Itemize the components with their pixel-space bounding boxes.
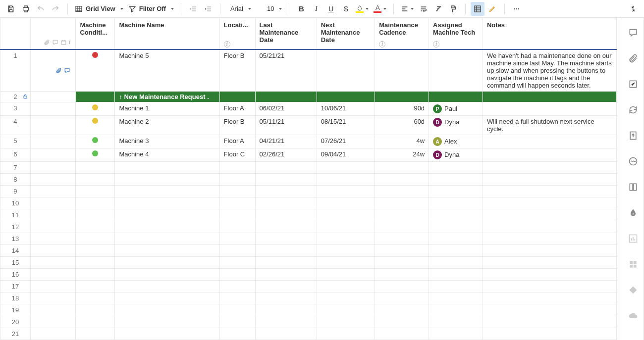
row-number[interactable]: 8 xyxy=(0,174,31,186)
next-maint-cell[interactable]: 08/15/21 xyxy=(317,116,375,135)
table-row[interactable]: 12 xyxy=(0,221,617,233)
wrap-button[interactable] xyxy=(417,2,430,16)
notes-cell[interactable] xyxy=(483,148,616,162)
table-row[interactable]: 6Machine 4Floor C02/26/2109/04/2124wDDyn… xyxy=(0,148,617,162)
row-number[interactable]: 20 xyxy=(0,316,31,328)
table-row[interactable]: 4Machine 2Floor B05/11/2108/15/2160dDDyn… xyxy=(0,116,617,135)
location-cell[interactable]: Floor B xyxy=(219,49,255,92)
location-cell[interactable]: Floor A xyxy=(219,102,255,116)
indicator-cell[interactable] xyxy=(30,148,75,162)
redo-button[interactable] xyxy=(49,2,62,16)
table-row[interactable]: 11 xyxy=(0,209,617,221)
attachment-icon[interactable] xyxy=(55,67,62,74)
table-row[interactable]: 9 xyxy=(0,186,617,197)
col-last-maint[interactable]: Last Maintenance Date xyxy=(255,18,317,50)
info-icon[interactable]: i xyxy=(433,41,439,48)
sheet-grid[interactable]: i Machine Conditi... Machine Name Locati… xyxy=(0,18,622,340)
indent-button[interactable] xyxy=(201,2,215,16)
table-row[interactable]: 8 xyxy=(0,174,617,186)
dashboard-button[interactable] xyxy=(626,257,640,271)
integration-button[interactable] xyxy=(626,283,640,297)
underline-button[interactable]: U xyxy=(324,2,338,16)
group-title[interactable]: ↑ New Maintenance Request . xyxy=(115,92,219,102)
notes-cell[interactable] xyxy=(483,102,616,116)
row-number[interactable]: 4 xyxy=(0,116,31,135)
col-name[interactable]: Machine Name xyxy=(115,18,219,50)
undo-button[interactable] xyxy=(34,2,48,16)
col-cadence[interactable]: Maintenance Cadencei xyxy=(375,18,429,50)
indicator-col-header[interactable]: i xyxy=(30,18,75,50)
row-number[interactable]: 14 xyxy=(0,245,31,257)
location-cell[interactable]: Floor B xyxy=(219,116,255,135)
bg-color-button[interactable] xyxy=(354,2,371,16)
name-cell[interactable]: Machine 5 xyxy=(115,49,219,92)
condition-cell[interactable] xyxy=(76,116,115,135)
col-condition[interactable]: Machine Conditi... xyxy=(76,18,115,50)
name-cell[interactable]: Machine 4 xyxy=(115,148,219,162)
last-maint-cell[interactable]: 05/11/21 xyxy=(255,116,317,135)
location-cell[interactable]: Floor A xyxy=(219,135,255,148)
row-number[interactable]: 19 xyxy=(0,304,31,316)
notes-cell[interactable]: We haven't had a maintenance done on our… xyxy=(483,49,616,92)
last-maint-cell[interactable]: 02/26/21 xyxy=(255,148,317,162)
table-row[interactable]: 14 xyxy=(0,245,617,257)
table-row[interactable]: 3Machine 1Floor A06/02/2110/06/2190dPPau… xyxy=(0,102,617,116)
row-number[interactable]: 5 xyxy=(0,135,31,148)
cadence-cell[interactable]: 90d xyxy=(375,102,429,116)
col-tech[interactable]: Assigned Machine Techi xyxy=(429,18,483,50)
row-number[interactable]: 21 xyxy=(0,328,31,340)
table-row[interactable]: 20 xyxy=(0,316,617,328)
cloud-button[interactable] xyxy=(626,309,640,323)
notes-cell[interactable]: Will need a full shutdown next service c… xyxy=(483,116,616,135)
condition-cell[interactable] xyxy=(76,49,115,92)
next-maint-cell[interactable]: 07/26/21 xyxy=(317,135,375,148)
table-row[interactable]: 15 xyxy=(0,257,617,269)
align-button[interactable] xyxy=(399,2,416,16)
cadence-cell[interactable] xyxy=(375,49,429,92)
tech-cell[interactable]: PPaul xyxy=(429,102,483,116)
save-button[interactable] xyxy=(4,2,18,16)
name-cell[interactable]: Machine 3 xyxy=(115,135,219,148)
info-icon[interactable]: i xyxy=(379,41,385,48)
indicator-cell[interactable] xyxy=(30,116,75,135)
table-row[interactable]: 17 xyxy=(0,281,617,292)
row-number[interactable]: 3 xyxy=(0,102,31,116)
col-location[interactable]: Locati...i xyxy=(219,18,255,50)
collapse-panel-button[interactable] xyxy=(626,2,640,16)
proofs-panel-button[interactable] xyxy=(626,77,640,91)
table-row[interactable]: 16 xyxy=(0,269,617,281)
row-number[interactable]: 16 xyxy=(0,269,31,281)
location-cell[interactable]: Floor C xyxy=(219,148,255,162)
strikethrough-button[interactable]: S xyxy=(339,2,353,16)
next-maint-cell[interactable]: 10/06/21 xyxy=(317,102,375,116)
info-icon[interactable]: i xyxy=(224,41,230,48)
comment-icon[interactable] xyxy=(64,67,70,74)
indicator-cell[interactable] xyxy=(30,102,75,116)
cadence-cell[interactable]: 4w xyxy=(375,135,429,148)
activity-log-button[interactable] xyxy=(626,154,640,168)
row-number[interactable]: 13 xyxy=(0,233,31,245)
row-number[interactable]: 15 xyxy=(0,257,31,269)
col-notes[interactable]: Notes xyxy=(483,18,616,50)
tech-cell[interactable]: DDyna xyxy=(429,116,483,135)
cadence-cell[interactable]: 24w xyxy=(375,148,429,162)
summary-button[interactable] xyxy=(626,180,640,194)
filter-dropdown[interactable]: Filter Off xyxy=(126,2,176,16)
row-number[interactable]: 2 xyxy=(0,92,31,102)
last-maint-cell[interactable]: 04/21/21 xyxy=(255,135,317,148)
next-maint-cell[interactable] xyxy=(317,49,375,92)
next-maint-cell[interactable]: 09/04/21 xyxy=(317,148,375,162)
table-row[interactable]: 18 xyxy=(0,292,617,304)
row-number[interactable]: 1 xyxy=(0,49,31,92)
indicator-cell[interactable] xyxy=(30,135,75,148)
attachments-panel-button[interactable] xyxy=(626,51,640,65)
publish-button[interactable] xyxy=(626,129,640,143)
table-row[interactable]: 21 xyxy=(0,328,617,340)
clear-format-button[interactable] xyxy=(431,2,445,16)
last-maint-cell[interactable]: 06/02/21 xyxy=(255,102,317,116)
brandfolder-button[interactable] xyxy=(626,206,640,220)
row-number[interactable]: 12 xyxy=(0,221,31,233)
more-button[interactable] xyxy=(510,2,524,16)
italic-button[interactable]: I xyxy=(309,2,323,16)
highlight-changes-button[interactable] xyxy=(485,2,499,16)
